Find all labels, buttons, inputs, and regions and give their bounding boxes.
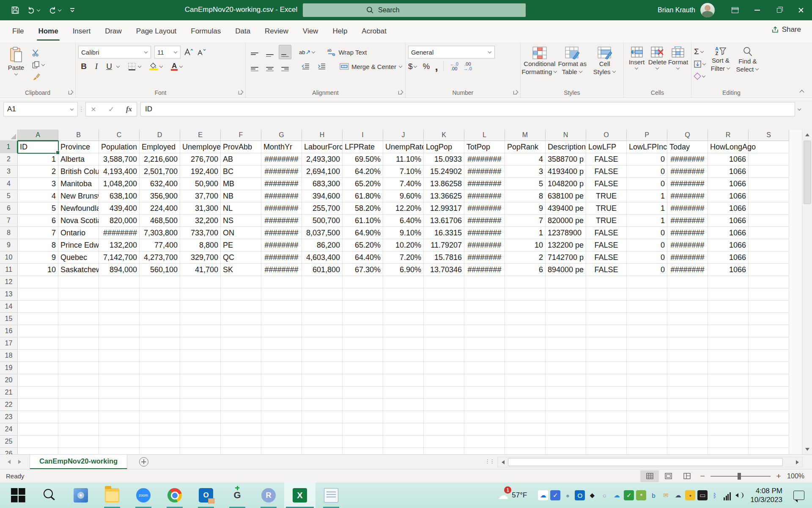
cell-K4[interactable]: 13.86258 (424, 178, 464, 190)
cell-N4[interactable]: 1048200 p (546, 178, 586, 190)
cell-K5[interactable]: 13.36625 (424, 190, 464, 202)
cell-R22[interactable] (708, 399, 749, 411)
photos-icon[interactable]: * (636, 490, 646, 500)
cell-M21[interactable] (505, 387, 546, 399)
cell-L12[interactable] (464, 276, 505, 288)
cell-G16[interactable] (261, 325, 302, 337)
cell-Q4[interactable]: ######## (667, 178, 708, 190)
cell-H25[interactable] (302, 436, 343, 448)
tab-view[interactable]: View (296, 21, 326, 41)
increase-font-button[interactable] (184, 48, 193, 56)
cell-Q22[interactable] (667, 399, 708, 411)
cell-N26[interactable] (546, 448, 586, 454)
cell-P11[interactable]: 0 (627, 264, 667, 276)
cell-L6[interactable]: ######## (464, 202, 505, 215)
cell-G21[interactable] (261, 387, 302, 399)
cell-H13[interactable] (302, 288, 343, 301)
cell-R17[interactable] (708, 337, 749, 350)
cell-D8[interactable]: 7,303,800 (140, 227, 180, 239)
cell-P17[interactable] (627, 337, 667, 350)
cell-E20[interactable] (180, 374, 221, 387)
row-header-14[interactable]: 14 (0, 301, 18, 313)
cell-D5[interactable]: 356,900 (140, 190, 180, 202)
cell-K18[interactable] (424, 350, 464, 362)
prev-sheet-button[interactable] (8, 460, 11, 464)
cell-I16[interactable] (343, 325, 383, 337)
cell-E3[interactable]: 192,400 (180, 166, 221, 178)
cell-L8[interactable]: ######## (464, 227, 505, 239)
cell-A19[interactable] (18, 362, 58, 374)
cell-S10[interactable] (749, 251, 789, 264)
cell-S26[interactable] (749, 448, 789, 454)
bing-icon[interactable]: b (648, 490, 658, 500)
cell-A25[interactable] (18, 436, 58, 448)
col-header-J[interactable]: J (383, 130, 424, 141)
cell-F17[interactable] (221, 337, 261, 350)
cell-C2[interactable]: 3,588,700 (99, 153, 140, 166)
row-header-25[interactable]: 25 (0, 436, 18, 448)
cell-A17[interactable] (18, 337, 58, 350)
cell-H17[interactable] (302, 337, 343, 350)
cell-B4[interactable]: Manitoba (58, 178, 99, 190)
cell-C13[interactable] (99, 288, 140, 301)
number-format-select[interactable]: General (408, 46, 495, 58)
tab-file[interactable]: File (5, 21, 31, 41)
cell-J4[interactable]: 7.40% (383, 178, 424, 190)
cell-E21[interactable] (180, 387, 221, 399)
cell-L14[interactable] (464, 301, 505, 313)
italic-button[interactable]: I (91, 62, 102, 71)
col-header-N[interactable]: N (546, 130, 586, 141)
font-dialog-launcher[interactable] (238, 90, 243, 96)
cell-K11[interactable]: 13.70346 (424, 264, 464, 276)
cell-P14[interactable] (627, 301, 667, 313)
avatar[interactable] (700, 3, 715, 17)
cell-A13[interactable] (18, 288, 58, 301)
comma-style-button[interactable]: , (435, 64, 438, 69)
volume-icon[interactable] (734, 490, 744, 500)
cell-M13[interactable] (505, 288, 546, 301)
cell-Q25[interactable] (667, 436, 708, 448)
horizontal-scroll-thumb[interactable] (508, 458, 783, 466)
cell-S20[interactable] (749, 374, 789, 387)
cell-F21[interactable] (221, 387, 261, 399)
cell-P4[interactable]: 0 (627, 178, 667, 190)
cell-E9[interactable]: 8,800 (180, 239, 221, 251)
cell-N18[interactable] (546, 350, 586, 362)
cell-A15[interactable] (18, 313, 58, 325)
cell-R9[interactable]: 1066 (708, 239, 749, 251)
cell-N8[interactable]: 12378900 (546, 227, 586, 239)
row-header-15[interactable]: 15 (0, 313, 18, 325)
cell-E5[interactable]: 37,700 (180, 190, 221, 202)
cell-Q7[interactable]: ######## (667, 215, 708, 227)
cell-H6[interactable]: 255,700 (302, 202, 343, 215)
tab-help[interactable]: Help (325, 21, 354, 41)
increase-decimal-button[interactable]: ←.0 .00 (450, 62, 458, 71)
outlook-tray-icon[interactable]: O (575, 490, 585, 500)
cell-S7[interactable] (749, 215, 789, 227)
cell-I3[interactable]: 64.20% (343, 166, 383, 178)
cell-F8[interactable]: ON (221, 227, 261, 239)
cell-H26[interactable] (302, 448, 343, 454)
align-top-button[interactable] (248, 45, 261, 60)
cell-Q2[interactable]: ######## (667, 153, 708, 166)
decrease-indent-button[interactable] (299, 61, 313, 72)
cell-P20[interactable] (627, 374, 667, 387)
cell-G20[interactable] (261, 374, 302, 387)
bold-button[interactable]: B (78, 62, 89, 71)
cell-D10[interactable]: 4,273,700 (140, 251, 180, 264)
tab-draw[interactable]: Draw (98, 21, 129, 41)
cell-A9[interactable]: 8 (18, 239, 58, 251)
row-header-11[interactable]: 11 (0, 264, 18, 276)
cell-L18[interactable] (464, 350, 505, 362)
cell-D1[interactable]: Employed (140, 141, 180, 153)
cell-Q26[interactable] (667, 448, 708, 454)
cell-G2[interactable]: ######## (261, 153, 302, 166)
col-header-A[interactable]: A (18, 130, 58, 141)
col-header-H[interactable]: H (302, 130, 343, 141)
cell-F2[interactable]: AB (221, 153, 261, 166)
cell-D17[interactable] (140, 337, 180, 350)
cell-P13[interactable] (627, 288, 667, 301)
cell-B2[interactable]: Alberta (58, 153, 99, 166)
cell-E25[interactable] (180, 436, 221, 448)
cell-F10[interactable]: QC (221, 251, 261, 264)
